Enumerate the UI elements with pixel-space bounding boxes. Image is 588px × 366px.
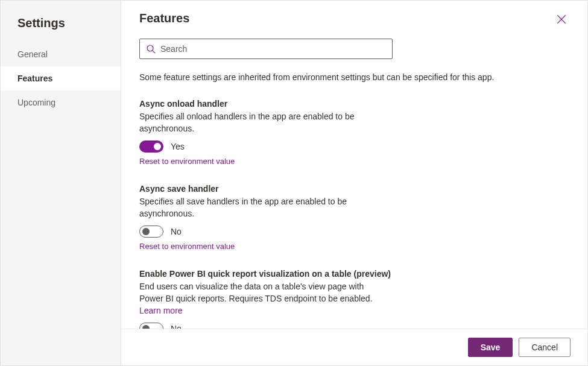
- feature-async-onload: Async onload handler Specifies all onloa…: [139, 99, 477, 166]
- toggle-knob: [142, 228, 150, 235]
- search-box[interactable]: [139, 39, 393, 59]
- sidebar-title: Settings: [1, 11, 121, 42]
- feature-title: Enable Power BI quick report visualizati…: [139, 269, 477, 279]
- learn-more-link[interactable]: Learn more: [139, 306, 183, 315]
- toggle-async-onload[interactable]: [139, 140, 163, 153]
- toggle-powerbi[interactable]: [139, 323, 163, 329]
- feature-desc: Specifies all onload handlers in the app…: [139, 111, 356, 134]
- toggle-knob: [142, 325, 150, 329]
- sidebar-item-upcoming[interactable]: Upcoming: [1, 90, 121, 115]
- search-input[interactable]: [160, 44, 386, 54]
- feature-desc: End users can visualize the data on a ta…: [139, 281, 381, 317]
- save-button[interactable]: Save: [468, 338, 513, 357]
- intro-text: Some feature settings are inherited from…: [139, 72, 569, 82]
- feature-powerbi: Enable Power BI quick report visualizati…: [139, 269, 477, 329]
- feature-title: Async onload handler: [139, 99, 477, 109]
- close-button[interactable]: [554, 11, 569, 29]
- sidebar-item-features[interactable]: Features: [1, 66, 121, 90]
- feature-title: Async save handler: [139, 184, 477, 194]
- cancel-button[interactable]: Cancel: [519, 338, 571, 357]
- feature-desc: Specifies all save handlers in the app a…: [139, 196, 356, 219]
- reset-link-async-onload[interactable]: Reset to environment value: [139, 157, 235, 166]
- settings-sidebar: Settings General Features Upcoming: [1, 1, 121, 365]
- feature-async-save: Async save handler Specifies all save ha…: [139, 184, 477, 251]
- main-panel: Features Some feature settings are inher…: [121, 1, 587, 365]
- content-scroll[interactable]: Features Some feature settings are inher…: [121, 1, 587, 329]
- toggle-label: No: [171, 227, 182, 236]
- toggle-label: No: [171, 324, 182, 329]
- search-icon: [146, 44, 156, 54]
- toggle-label: Yes: [171, 142, 185, 151]
- sidebar-item-general[interactable]: General: [1, 42, 121, 66]
- reset-link-async-save[interactable]: Reset to environment value: [139, 242, 235, 251]
- footer: Save Cancel: [121, 329, 587, 365]
- toggle-knob: [154, 143, 161, 150]
- svg-point-0: [147, 45, 153, 51]
- page-title: Features: [139, 11, 189, 25]
- toggle-async-save[interactable]: [139, 226, 163, 238]
- feature-desc-text: End users can visualize the data on a ta…: [139, 282, 373, 303]
- close-icon: [556, 14, 567, 25]
